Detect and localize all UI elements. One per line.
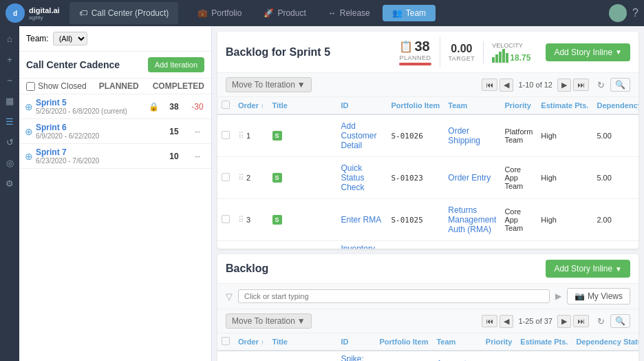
sprint-7-header[interactable]: ⊕ Sprint 7 6/23/2020 - 7/6/2020 10 -- xyxy=(19,144,211,168)
planned-value: 38 xyxy=(414,39,429,54)
th-id[interactable]: ID xyxy=(337,333,376,351)
sprint-6-header[interactable]: ⊕ Sprint 6 6/9/2020 - 6/22/2020 15 -- xyxy=(19,119,211,143)
th-id[interactable]: ID xyxy=(337,97,387,114)
release-nav[interactable]: ↔ Release xyxy=(319,5,380,21)
refresh-side-icon[interactable]: ↺ xyxy=(3,135,17,149)
list-icon[interactable]: ☰ xyxy=(3,114,17,128)
story-link[interactable]: Enter RMA xyxy=(341,215,382,225)
sprint-5-info: Sprint 5 5/26/2020 - 6/8/2020 (current) xyxy=(36,98,149,115)
story-link[interactable]: Inventory Levels Off in Warehouse xyxy=(341,244,383,249)
backlog-refresh-icon[interactable]: ↻ xyxy=(597,316,605,327)
row-id[interactable]: S-01025 xyxy=(387,199,444,241)
show-closed-checkbox[interactable] xyxy=(26,82,35,91)
add-iteration-button[interactable]: Add Iteration xyxy=(148,57,204,72)
prev-page-button[interactable]: ◀ xyxy=(500,79,513,92)
th-estimate[interactable]: Estimate Pts. xyxy=(537,97,592,114)
next-page-button[interactable]: ▶ xyxy=(557,79,571,92)
product-tab[interactable]: 🏷 Call Center (Product) xyxy=(69,2,179,24)
main-content: Backlog for Sprint 5 📋 38 PLANNED 0.00 T… xyxy=(212,26,644,361)
move-iter-label: Move To Iteration xyxy=(232,80,295,90)
backlog-search-button[interactable]: 🔍 xyxy=(610,314,630,328)
row-id[interactable]: S-01011 xyxy=(376,351,433,361)
chart-icon[interactable]: ▦ xyxy=(3,94,17,107)
table-row: ⠿ 1 S Spike: Look at existing KB systems… xyxy=(217,351,638,361)
backlog-next-page-button[interactable]: ▶ xyxy=(557,315,571,328)
team-nav[interactable]: 👥 Team xyxy=(383,5,436,21)
story-link[interactable]: Add Customer Detail xyxy=(341,121,377,150)
row-check[interactable] xyxy=(217,199,234,241)
v-bar-3 xyxy=(499,52,502,63)
backlog-prev-page-button[interactable]: ◀ xyxy=(500,315,513,328)
row-portfolio: Order Shipping xyxy=(444,114,500,157)
my-views-label: My Views xyxy=(588,291,623,301)
refresh-icon[interactable]: ↻ xyxy=(597,80,605,90)
th-dependency[interactable]: Dependency Status xyxy=(592,97,638,114)
row-check[interactable] xyxy=(217,114,234,157)
row-check[interactable] xyxy=(217,241,234,249)
sprint-7-cols: 10 -- xyxy=(166,152,206,161)
th-order[interactable]: Order ↑ xyxy=(234,97,268,114)
row-priority: High xyxy=(537,114,592,157)
th-title[interactable]: Title xyxy=(268,97,337,114)
product-nav[interactable]: 🚀 Product xyxy=(254,5,315,21)
th-priority[interactable]: Priority xyxy=(500,97,537,114)
add-story-inline-button[interactable]: Add Story Inline ▼ xyxy=(546,43,630,61)
th-title[interactable]: Title xyxy=(268,333,337,351)
row-estimate: 5.00 xyxy=(572,351,638,361)
th-check xyxy=(217,333,234,351)
move-to-iteration-button[interactable]: Move To Iteration ▼ xyxy=(226,77,312,92)
header-checkbox[interactable] xyxy=(222,101,230,109)
home-icon[interactable]: ⌂ xyxy=(3,32,17,45)
activity-icon[interactable]: ~ xyxy=(3,73,17,87)
last-page-button[interactable]: ⏭ xyxy=(573,79,589,91)
story-link[interactable]: Quick Status Check xyxy=(341,163,365,192)
location-icon[interactable]: ◎ xyxy=(3,156,17,169)
portfolio-link[interactable]: Returns Management Auth (RMA) xyxy=(448,205,496,234)
drag-handle[interactable]: ⠿ xyxy=(238,131,244,141)
story-link[interactable]: Spike: Look at existing KB systems xyxy=(341,354,372,361)
drag-handle[interactable]: ⠿ xyxy=(238,215,244,225)
sprint-5-name: Sprint 5 xyxy=(36,98,149,107)
portfolio-link[interactable]: Order Entry xyxy=(448,173,491,183)
row-check[interactable] xyxy=(217,157,234,199)
row-type-icon: S xyxy=(268,114,337,157)
th-priority[interactable]: Priority xyxy=(482,333,517,351)
backlog-add-story-button[interactable]: Add Story Inline ▼ xyxy=(546,260,630,278)
backlog-table-container: Order ↑ Title ID Portfolio Item Team Pri… xyxy=(217,333,638,361)
user-avatar[interactable] xyxy=(609,4,627,22)
backlog-filter-input[interactable] xyxy=(238,289,550,303)
drag-handle[interactable]: ⠿ xyxy=(238,173,244,183)
portfolio-nav[interactable]: 💼 Portfolio xyxy=(188,5,251,21)
th-dependency[interactable]: Dependency Status xyxy=(572,333,638,351)
backlog-last-page-button[interactable]: ⏭ xyxy=(573,315,589,327)
backlog-pagination: ⏮ ◀ 1-25 of 37 ▶ ⏭ xyxy=(482,315,589,328)
th-order[interactable]: Order ↑ xyxy=(234,333,268,351)
th-team[interactable]: Team xyxy=(432,333,481,351)
settings-icon[interactable]: ⚙ xyxy=(3,176,17,190)
story-icon: S xyxy=(272,215,282,225)
first-page-button[interactable]: ⏮ xyxy=(482,79,497,91)
row-id[interactable]: S-01026 xyxy=(387,114,444,157)
filter-expand-icon[interactable]: ▶ xyxy=(555,291,561,301)
backlog-move-to-iteration-button[interactable]: Move To Iteration ▼ xyxy=(226,313,312,329)
team-select[interactable]: (All) xyxy=(53,32,87,45)
th-estimate[interactable]: Estimate Pts. xyxy=(516,333,572,351)
row-id[interactable]: D-01001 xyxy=(387,241,444,249)
th-portfolio[interactable]: Portfolio Item xyxy=(376,333,433,351)
sprint-6-dates: 6/9/2020 - 6/22/2020 xyxy=(36,132,166,140)
backlog-header-checkbox[interactable] xyxy=(222,337,230,345)
add-icon[interactable]: + xyxy=(3,52,17,66)
th-portfolio[interactable]: Portfolio Item xyxy=(387,97,444,114)
help-icon[interactable]: ? xyxy=(632,7,638,19)
th-team[interactable]: Team xyxy=(444,97,500,114)
backlog-first-page-button[interactable]: ⏮ xyxy=(482,315,497,327)
velocity-value-text: 18.75 xyxy=(510,53,530,63)
row-order: ⠿ 4 xyxy=(234,241,268,249)
my-views-button[interactable]: 📷 My Views xyxy=(567,288,630,305)
portfolio-link[interactable]: Order Shipping xyxy=(448,126,480,145)
row-order: ⠿ 3 xyxy=(234,199,268,241)
sprint-5-header[interactable]: ⊕ Sprint 5 5/26/2020 - 6/8/2020 (current… xyxy=(19,94,211,118)
search-button[interactable]: 🔍 xyxy=(610,78,630,92)
row-check[interactable] xyxy=(217,351,234,361)
row-id[interactable]: S-01023 xyxy=(387,157,444,199)
